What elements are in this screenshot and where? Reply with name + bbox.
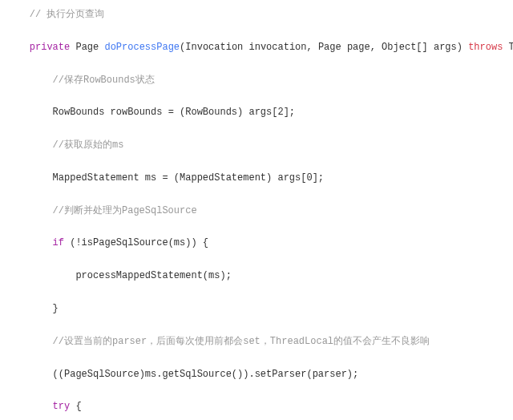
code-line: MappedStatement ms = (MappedStatement) a… [53, 172, 324, 184]
code-line: ((PageSqlSource)ms.getSqlSource()).setPa… [53, 369, 359, 380]
keyword-private: private [30, 42, 70, 53]
comment: //设置当前的parser，后面每次使用前都会set，ThreadLocal的值… [53, 336, 430, 347]
keyword-try: try [53, 401, 71, 412]
code-line: RowBounds rowBounds = (RowBounds) args[2… [53, 107, 295, 118]
comment: //获取原始的ms [53, 139, 124, 151]
code-block: // 执行分页查询 private Page doProcessPage(Inv… [6, 6, 507, 420]
keyword-throws: throws [468, 42, 503, 53]
comment: //保存RowBounds状态 [53, 75, 155, 86]
code-line: processMappedStatement(ms); [75, 270, 231, 281]
brace: } [53, 303, 59, 314]
method-name: doProcessPage [104, 42, 180, 53]
keyword-if: if [53, 237, 64, 248]
comment: //判断并处理为PageSqlSource [53, 205, 197, 216]
comment: // 执行分页查询 [30, 9, 105, 20]
